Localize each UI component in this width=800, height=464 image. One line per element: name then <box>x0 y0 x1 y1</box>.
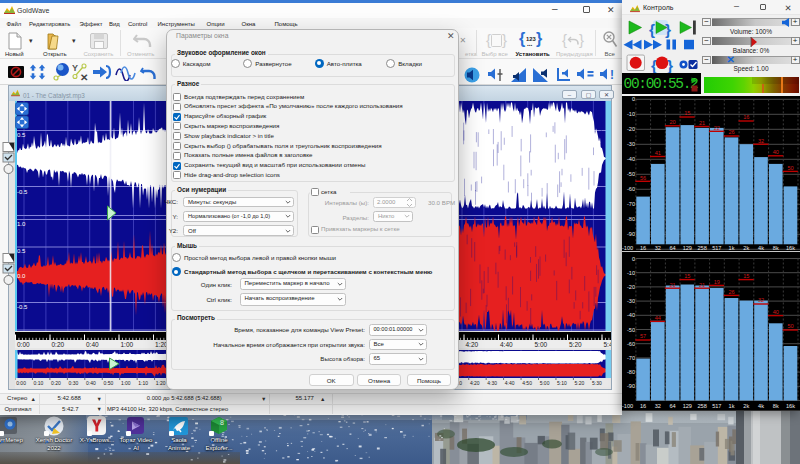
svg-text:4:30: 4:30 <box>487 380 497 386</box>
svg-text:5:20: 5:20 <box>575 380 585 386</box>
svg-text:-40: -40 <box>627 312 635 318</box>
svg-text:0:00: 0:00 <box>17 341 30 348</box>
svg-text:1:20: 1:20 <box>156 380 166 386</box>
svg-text:56: 56 <box>640 174 646 180</box>
svg-text:258: 258 <box>697 403 706 409</box>
svg-text:5:30: 5:30 <box>592 380 602 386</box>
svg-text:Y: Y <box>72 63 78 73</box>
svg-text:32: 32 <box>758 137 764 143</box>
svg-text:4:40: 4:40 <box>505 380 515 386</box>
svg-text:16: 16 <box>640 244 646 250</box>
svg-text:1:00: 1:00 <box>121 380 131 386</box>
svg-text:5:00: 5:00 <box>540 380 550 386</box>
svg-text:32: 32 <box>655 244 661 250</box>
svg-text:16k: 16k <box>786 403 795 409</box>
svg-text:0: 0 <box>632 96 635 102</box>
svg-text:1.0: 1.0 <box>17 221 26 227</box>
svg-text:41: 41 <box>655 149 661 155</box>
svg-text:-20: -20 <box>627 126 635 132</box>
svg-text:0.5: 0.5 <box>17 248 26 254</box>
svg-text:57: 57 <box>640 333 646 339</box>
svg-text:16: 16 <box>743 114 749 120</box>
svg-text:5:00: 5:00 <box>535 341 548 348</box>
svg-text:2k: 2k <box>743 244 749 250</box>
svg-text:26: 26 <box>728 129 734 135</box>
svg-text:-30: -30 <box>627 141 635 147</box>
svg-text:-0.5: -0.5 <box>17 304 28 310</box>
svg-text:22: 22 <box>714 124 720 130</box>
svg-text:40: 40 <box>773 309 779 315</box>
svg-text:-10: -10 <box>627 270 635 276</box>
svg-text:0:20: 0:20 <box>51 380 61 386</box>
svg-text:40: 40 <box>773 149 779 155</box>
svg-text:1k: 1k <box>729 244 735 250</box>
svg-text:0: 0 <box>632 256 635 262</box>
svg-text:26: 26 <box>728 289 734 295</box>
svg-text:517: 517 <box>712 244 721 250</box>
svg-text:-50: -50 <box>627 171 635 177</box>
svg-text:!: ! <box>610 68 614 81</box>
svg-text:8k: 8k <box>773 403 779 409</box>
svg-text:50: 50 <box>787 323 793 329</box>
svg-text:8: 8 <box>220 419 224 426</box>
svg-text:-40: -40 <box>627 156 635 162</box>
svg-text:2k: 2k <box>743 403 749 409</box>
svg-text:0.0: 0.0 <box>17 273 26 279</box>
svg-text:-30: -30 <box>627 298 635 304</box>
svg-text:64: 64 <box>669 403 675 409</box>
svg-text:258: 258 <box>697 244 706 250</box>
svg-text:0:10: 0:10 <box>34 380 44 386</box>
svg-text:-70: -70 <box>627 201 635 207</box>
svg-text:15: 15 <box>684 273 690 279</box>
svg-text:15: 15 <box>743 273 749 279</box>
svg-text:21: 21 <box>699 119 705 125</box>
svg-text:5:10: 5:10 <box>557 380 567 386</box>
svg-text:1:10: 1:10 <box>138 380 148 386</box>
svg-text:0:40: 0:40 <box>86 341 99 348</box>
svg-text:1k: 1k <box>729 403 735 409</box>
svg-text:}: } <box>667 57 673 74</box>
svg-text:5:40: 5:40 <box>604 341 612 348</box>
svg-text:21: 21 <box>699 282 705 288</box>
svg-text:-60: -60 <box>627 341 635 347</box>
svg-text:{: { <box>649 21 655 38</box>
svg-text:-100: -100 <box>622 403 633 409</box>
svg-text:4:20: 4:20 <box>470 380 480 386</box>
svg-text:32: 32 <box>655 403 661 409</box>
svg-text:✕: ✕ <box>80 72 88 82</box>
svg-text:4:40: 4:40 <box>500 341 513 348</box>
svg-text:-90: -90 <box>627 231 635 237</box>
svg-text:129: 129 <box>683 244 692 250</box>
svg-text:20: 20 <box>669 119 675 125</box>
svg-text:-80: -80 <box>627 369 635 375</box>
svg-text:64: 64 <box>669 244 675 250</box>
svg-text:4k: 4k <box>758 244 764 250</box>
svg-text:0:30: 0:30 <box>69 380 79 386</box>
svg-text:21: 21 <box>669 282 675 288</box>
svg-text:15: 15 <box>684 110 690 116</box>
svg-text:{: { <box>651 57 657 74</box>
svg-text:-100: -100 <box>622 244 633 250</box>
svg-text:0:20: 0:20 <box>52 341 65 348</box>
svg-text:4k: 4k <box>758 403 764 409</box>
svg-text:19: 19 <box>714 279 720 285</box>
svg-text:-0.5: -0.5 <box>17 189 28 195</box>
svg-text:44: 44 <box>655 315 661 321</box>
svg-text:-80: -80 <box>627 216 635 222</box>
svg-text:-50: -50 <box>627 327 635 333</box>
svg-text:129: 129 <box>683 403 692 409</box>
svg-text:-20: -20 <box>627 284 635 290</box>
svg-text:-10: -10 <box>627 111 635 117</box>
svg-text:16: 16 <box>640 403 646 409</box>
svg-text:-90: -90 <box>627 383 635 389</box>
svg-text:-70: -70 <box>627 355 635 361</box>
svg-text:50: 50 <box>787 164 793 170</box>
svg-text:8k: 8k <box>773 244 779 250</box>
svg-text:0:00: 0:00 <box>16 380 26 386</box>
svg-text:4:20: 4:20 <box>466 341 479 348</box>
svg-text:}: } <box>665 21 671 38</box>
svg-text:32: 32 <box>758 297 764 303</box>
svg-text:517: 517 <box>712 403 721 409</box>
svg-text:16k: 16k <box>786 244 795 250</box>
svg-text:0.5: 0.5 <box>17 132 26 138</box>
